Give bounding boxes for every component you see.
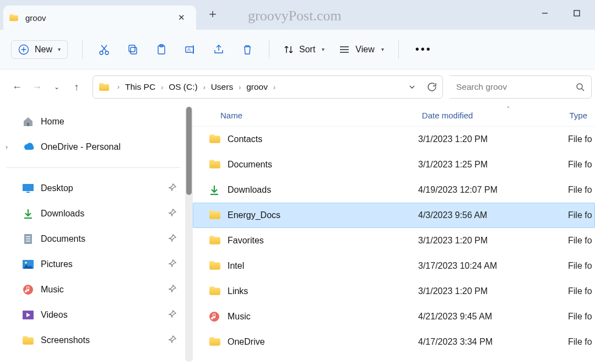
more-button[interactable]: ••• (408, 40, 440, 59)
nav-recent-button[interactable]: ⌄ (47, 78, 66, 96)
list-header: ˄ Name Date modified Type (193, 105, 595, 127)
sidebar-item-screenshots[interactable]: Screenshots (0, 328, 193, 353)
scrollbar-thumb[interactable] (186, 107, 192, 195)
sidebar-item-documents[interactable]: Documents (0, 226, 193, 252)
copy-button[interactable] (120, 37, 145, 62)
folder-icon (209, 159, 221, 170)
divider (398, 40, 399, 59)
file-row[interactable]: Music4/21/2023 9:45 AMFile fo (193, 304, 595, 329)
file-date: 4/19/2023 12:07 PM (418, 185, 568, 195)
watermark: groovyPost.com (248, 8, 342, 24)
tab-close-button[interactable]: ✕ (175, 12, 188, 24)
sidebar-item-label: Home (41, 117, 64, 127)
sidebar-item-onedrive-personal[interactable]: ›OneDrive - Personal (0, 134, 193, 160)
pin-icon (169, 285, 176, 295)
sidebar-item-label: Videos (41, 310, 68, 320)
file-row[interactable]: Intel3/17/2023 10:24 AMFile fo (193, 253, 595, 279)
sidebar-item-label: Music (41, 285, 64, 295)
svg-line-7 (102, 45, 107, 51)
nav-forward-button[interactable]: → (28, 78, 46, 96)
file-name: Energy_Docs (228, 210, 418, 220)
pictures-icon (22, 258, 34, 270)
sidebar-scrollbar[interactable] (185, 107, 193, 362)
sidebar: Home›OneDrive - Personal DesktopDownload… (0, 105, 193, 364)
svg-rect-21 (27, 123, 29, 126)
breadcrumb-os-c-[interactable]: OS (C:) (165, 80, 201, 94)
file-type: File fo (568, 312, 594, 322)
pin-icon (169, 310, 176, 320)
file-row[interactable]: Downloads4/19/2023 12:07 PMFile fo (193, 177, 595, 203)
file-name: Links (228, 286, 418, 296)
rename-button[interactable]: A (177, 37, 203, 62)
file-type: File fo (568, 261, 594, 271)
svg-line-20 (582, 89, 584, 91)
breadcrumb-users[interactable]: Users (208, 80, 236, 94)
sort-button[interactable]: Sort ▾ (278, 41, 330, 58)
divider (82, 40, 83, 59)
tab-active[interactable]: groov ✕ (3, 6, 196, 30)
minimize-button[interactable] (529, 2, 561, 24)
view-label: View (355, 45, 374, 55)
new-button-label: New (35, 45, 52, 55)
file-row[interactable]: Contacts3/1/2023 1:20 PMFile fo (193, 127, 595, 152)
file-date: 3/1/2023 1:25 PM (418, 160, 568, 170)
new-tab-button[interactable]: ＋ (201, 6, 225, 22)
maximize-button[interactable] (561, 2, 593, 24)
cut-button[interactable] (91, 37, 117, 62)
file-row[interactable]: Links3/1/2023 1:20 PMFile fo (193, 279, 595, 304)
folder-icon (209, 260, 221, 271)
nav-back-button[interactable]: ← (8, 78, 26, 96)
column-date[interactable]: Date modified (414, 111, 562, 120)
toolbar: New ▾ A Sort ▾ View ▾ ••• (0, 30, 595, 69)
sidebar-item-music[interactable]: Music (0, 277, 193, 302)
column-type[interactable]: Type (561, 111, 595, 120)
file-row[interactable]: Favorites3/1/2023 1:20 PMFile fo (193, 228, 595, 253)
paste-button[interactable] (149, 37, 174, 62)
file-row[interactable]: OneDrive4/17/2023 3:34 PMFile fo (193, 329, 595, 355)
breadcrumb-groov[interactable]: groov (243, 80, 271, 94)
sort-label: Sort (299, 45, 315, 55)
search-input[interactable] (456, 82, 572, 92)
desktop-icon (22, 182, 34, 194)
music-icon (22, 284, 34, 296)
svg-rect-9 (131, 47, 137, 54)
sidebar-item-label: Screenshots (41, 335, 90, 345)
delete-button[interactable] (235, 37, 260, 62)
file-date: 3/1/2023 1:20 PM (418, 286, 568, 296)
crumb-sep: › (115, 83, 122, 91)
sidebar-item-desktop[interactable]: Desktop (0, 176, 193, 201)
sidebar-item-videos[interactable]: Videos (0, 302, 193, 328)
new-button[interactable]: New ▾ (11, 40, 68, 59)
file-date: 3/17/2023 10:24 AM (418, 261, 568, 271)
column-name[interactable]: Name (193, 111, 414, 120)
search-box[interactable] (450, 75, 592, 99)
crumb-sep: › (271, 84, 278, 91)
nav-up-button[interactable]: ↑ (67, 78, 86, 96)
file-type: File fo (568, 236, 594, 246)
sidebar-item-home[interactable]: Home (0, 109, 193, 134)
address-bar[interactable]: › This PC›OS (C:)›Users›groov› (93, 75, 443, 99)
breadcrumb-this-pc[interactable]: This PC (122, 80, 159, 94)
view-button[interactable]: View ▾ (333, 41, 389, 58)
svg-point-5 (100, 51, 103, 55)
chevron-down-icon[interactable] (408, 83, 416, 91)
share-button[interactable] (206, 37, 231, 62)
file-name: Documents (228, 160, 418, 170)
file-row[interactable]: Documents3/1/2023 1:25 PMFile fo (193, 152, 595, 177)
documents-icon (22, 233, 34, 245)
sidebar-item-label: OneDrive - Personal (41, 142, 121, 152)
divider (7, 167, 180, 168)
refresh-button[interactable] (427, 82, 437, 92)
tab-title: groov (25, 13, 175, 23)
pin-icon (169, 183, 176, 193)
window-controls (529, 2, 593, 24)
sidebar-item-downloads[interactable]: Downloads (0, 201, 193, 226)
file-type: File fo (568, 185, 594, 195)
sidebar-item-pictures[interactable]: Pictures (0, 252, 193, 277)
svg-rect-1 (574, 10, 580, 16)
file-date: 4/3/2023 9:56 AM (418, 210, 568, 220)
file-row[interactable]: Energy_Docs4/3/2023 9:56 AMFile fo (193, 203, 595, 228)
sidebar-item-label: Pictures (41, 259, 73, 269)
chevron-down-icon: ▾ (381, 46, 384, 52)
file-date: 4/21/2023 9:45 AM (418, 312, 568, 322)
